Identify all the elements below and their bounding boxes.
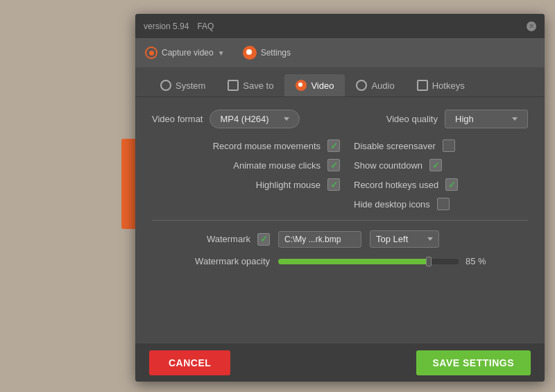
- opacity-slider-container: 85 %: [278, 256, 528, 266]
- record-mouse-checkbox[interactable]: [327, 139, 340, 152]
- disable-screensaver-setting: Disable screensaver: [340, 139, 528, 152]
- tab-hotkeys[interactable]: Hotkeys: [406, 74, 476, 96]
- opacity-slider-track[interactable]: [278, 259, 459, 264]
- disable-screensaver-label: Disable screensaver: [354, 141, 436, 151]
- animate-clicks-checkbox[interactable]: [327, 159, 340, 171]
- faq-text[interactable]: FAQ: [197, 22, 214, 31]
- watermark-left: Watermark: [152, 233, 270, 246]
- opacity-label: Watermark opacity: [195, 256, 270, 266]
- format-dropdown[interactable]: MP4 (H264): [210, 110, 300, 128]
- video-tab-icon: [296, 80, 307, 91]
- toolbar-settings[interactable]: Settings: [243, 46, 291, 60]
- toolbar-capture[interactable]: Capture video ▼: [145, 46, 225, 59]
- record-mouse-setting: Record mouse movements: [152, 139, 340, 152]
- format-arrow-icon: [284, 117, 289, 121]
- title-text: version 5.94 FAQ: [144, 22, 214, 31]
- position-arrow-icon: [427, 237, 433, 241]
- record-hotkeys-label: Record hotkeys used: [354, 180, 438, 190]
- opacity-row: Watermark opacity 85 %: [152, 256, 528, 266]
- watermark-file-input[interactable]: C:\My ...rk.bmp: [278, 231, 361, 248]
- audio-tab-label: Audio: [371, 80, 394, 91]
- saveto-tab-label: Save to: [243, 80, 273, 91]
- highlight-mouse-setting: Highlight mouse: [152, 178, 340, 191]
- opacity-value: 85 %: [466, 256, 490, 266]
- hide-desktop-label: Hide desktop icons: [354, 199, 430, 210]
- hotkeys-tab-label: Hotkeys: [432, 80, 465, 91]
- record-hotkeys-checkbox[interactable]: [445, 178, 458, 191]
- title-bar: version 5.94 FAQ ✕: [135, 14, 545, 38]
- quality-label: Video quality: [386, 114, 438, 124]
- highlight-mouse-label: Highlight mouse: [256, 180, 321, 190]
- audio-tab-icon: [356, 80, 367, 91]
- animate-clicks-setting: Animate mouse clicks: [152, 159, 340, 171]
- tabs-container: System Save to Video Audio Hotkeys: [135, 67, 545, 97]
- watermark-label: Watermark: [188, 234, 250, 244]
- show-countdown-label: Show countdown: [354, 160, 422, 171]
- opacity-slider-thumb[interactable]: [426, 257, 432, 266]
- settings-icon: [243, 46, 257, 60]
- watermark-section: Watermark C:\My ...rk.bmp Top Left Water…: [152, 230, 528, 266]
- capture-icon: [145, 46, 157, 59]
- empty-left: [152, 198, 340, 210]
- settings-label: Settings: [261, 48, 291, 58]
- footer: CANCEL SAVE SETTINGS: [135, 343, 545, 382]
- format-value: MP4 (H264): [220, 114, 268, 124]
- tab-video[interactable]: Video: [284, 74, 345, 96]
- background: [0, 0, 139, 392]
- hotkeys-tab-icon: [417, 80, 428, 91]
- tab-system[interactable]: System: [149, 74, 216, 96]
- toolbar: Capture video ▼ Settings: [135, 38, 545, 67]
- capture-label: Capture video: [162, 48, 214, 58]
- animate-clicks-label: Animate mouse clicks: [233, 160, 321, 171]
- quality-arrow-icon: [512, 117, 518, 121]
- divider: [152, 220, 528, 221]
- tab-audio[interactable]: Audio: [345, 74, 405, 96]
- hide-desktop-checkbox[interactable]: [437, 198, 450, 210]
- highlight-mouse-checkbox[interactable]: [327, 178, 340, 191]
- quality-dropdown[interactable]: High: [445, 110, 528, 128]
- record-hotkeys-setting: Record hotkeys used: [340, 178, 528, 191]
- version-text: version 5.94: [144, 22, 189, 31]
- hide-desktop-setting: Hide desktop icons: [340, 198, 528, 210]
- format-label: Video format: [152, 114, 203, 124]
- format-row: Video format MP4 (H264) Video quality Hi…: [152, 110, 528, 128]
- quality-value: High: [455, 114, 474, 124]
- close-button[interactable]: ✕: [527, 22, 536, 31]
- format-left: Video format MP4 (H264): [152, 110, 300, 128]
- video-tab-label: Video: [311, 80, 334, 91]
- cancel-button[interactable]: CANCEL: [149, 350, 230, 375]
- watermark-row: Watermark C:\My ...rk.bmp Top Left: [152, 230, 528, 248]
- main-window: version 5.94 FAQ ✕ Capture video ▼ Setti…: [135, 14, 545, 382]
- watermark-position-value: Top Left: [376, 234, 408, 244]
- watermark-position-dropdown[interactable]: Top Left: [370, 230, 439, 248]
- record-mouse-label: Record mouse movements: [213, 141, 321, 151]
- show-countdown-checkbox[interactable]: [429, 159, 442, 171]
- content-area: Video format MP4 (H264) Video quality Hi…: [135, 97, 545, 287]
- watermark-checkbox[interactable]: [257, 233, 270, 246]
- save-button[interactable]: SAVE SETTINGS: [416, 350, 531, 375]
- system-tab-label: System: [176, 80, 205, 91]
- settings-grid: Record mouse movements Disable screensav…: [152, 139, 528, 210]
- show-countdown-setting: Show countdown: [340, 159, 528, 171]
- opacity-slider-fill: [278, 259, 432, 264]
- opacity-label-container: Watermark opacity: [152, 256, 270, 266]
- capture-chevron: ▼: [218, 49, 225, 57]
- saveto-tab-icon: [228, 80, 239, 91]
- tab-saveto[interactable]: Save to: [216, 74, 284, 96]
- quality-section: Video quality High: [386, 110, 528, 128]
- watermark-path: C:\My ...rk.bmp: [284, 235, 341, 244]
- system-tab-icon: [160, 80, 171, 91]
- disable-screensaver-checkbox[interactable]: [443, 139, 455, 152]
